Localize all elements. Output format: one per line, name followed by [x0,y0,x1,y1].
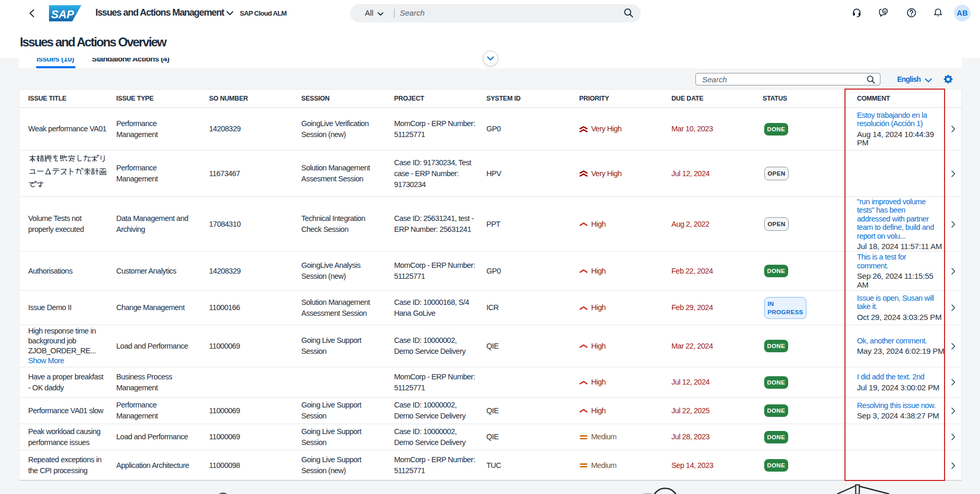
svg-text:SAP: SAP [51,8,75,21]
